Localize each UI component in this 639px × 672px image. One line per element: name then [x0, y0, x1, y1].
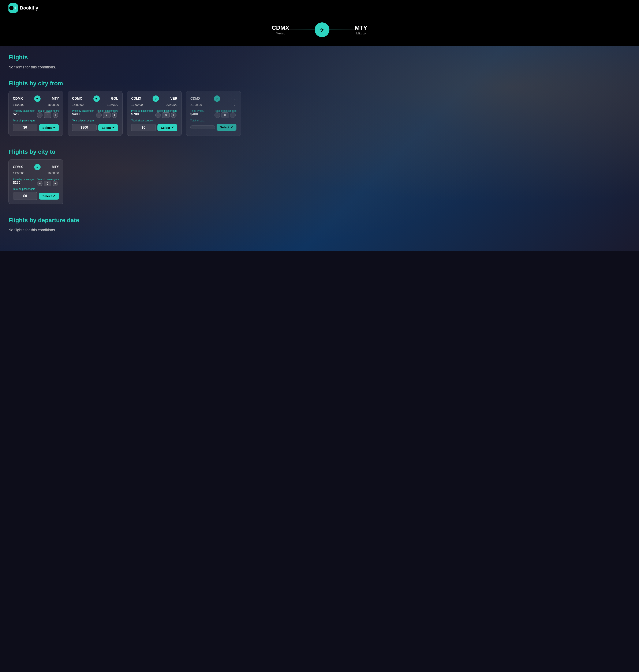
price-label-2: Price by passenger	[72, 109, 94, 112]
price-label-to-1: Price by passenger	[13, 178, 35, 181]
card-depart-1: 11:00:00	[13, 103, 25, 107]
card-from-3: CDMX	[131, 97, 141, 100]
card-depart-2: 15:00:00	[72, 103, 84, 107]
total-amount-3: $0	[131, 124, 156, 131]
counter-section-1: Total of passengers − 0 +	[37, 109, 59, 118]
header: ✈ Bookifly	[0, 0, 639, 16]
total-amount-2: $800	[72, 124, 97, 131]
price-section-2: Price by passenger $400	[72, 109, 94, 116]
passengers-label-to-1: Total of passengers	[37, 178, 59, 181]
departure-no-results: No flights for this conditions.	[9, 228, 630, 232]
section-flights-by-city-to-title: Flights by city to	[9, 148, 630, 155]
select-checkmark-1: ✔	[53, 126, 56, 129]
card-passengers-row-to-1: Price by passenger $250 Total of passeng…	[13, 178, 59, 186]
card-bottom-3: $0 Select ✔	[131, 124, 177, 131]
price-value-4: $400	[190, 112, 205, 116]
counter-value-1: 0	[44, 112, 51, 118]
decrement-btn-to-1[interactable]: −	[37, 181, 43, 186]
select-button-2[interactable]: Select ✔	[98, 124, 118, 131]
card-depart-to-1: 11:00:00	[13, 172, 25, 175]
counter-section-4: Total of passengers − 0 +	[215, 109, 236, 118]
card-bottom-4: Select ✔	[190, 124, 236, 131]
select-label-1: Select	[43, 126, 52, 129]
select-checkmark-to-1: ✔	[53, 194, 56, 198]
logo-text: Bookifly	[20, 5, 38, 11]
card-to-2: GDL	[111, 97, 118, 100]
decrement-btn-4[interactable]: −	[215, 112, 220, 118]
price-value-1: $250	[13, 112, 35, 116]
origin-city-code: CDMX	[272, 25, 289, 31]
price-value-2: $400	[72, 112, 94, 116]
counter-value-3: 0	[162, 112, 170, 118]
card-plane-4: ✈	[214, 95, 220, 102]
flight-card-cdmx-gdl: CDMX ✈ GDL 15:00:00 21:40:00 Price by pa…	[68, 91, 123, 136]
increment-btn-4[interactable]: +	[230, 112, 236, 118]
passengers-label-2: Total of passengers	[96, 109, 118, 112]
card-depart-4: 21:00:00	[190, 103, 202, 107]
total-amount-4	[190, 125, 215, 129]
price-value-to-1: $250	[13, 181, 35, 185]
card-to-to-1: MTY	[52, 165, 59, 169]
logo: ✈ Bookifly	[9, 3, 38, 13]
passenger-counter-3: − 0 +	[155, 112, 177, 118]
counter-value-to-1: 0	[44, 181, 51, 186]
flights-by-city-to-scroll[interactable]: CDMX ✈ MTY 11:00:00 16:00:00 Price by pa…	[9, 159, 630, 206]
flights-by-city-from-scroll[interactable]: CDMX ✈ MTY 11:00:00 16:00:00 Price by pa…	[9, 91, 630, 138]
origin-city: CDMX México	[272, 25, 289, 35]
decrement-btn-3[interactable]: −	[155, 112, 161, 118]
passenger-counter-to-1: − 0 +	[37, 181, 59, 186]
card-to-1: MTY	[52, 97, 59, 100]
price-section-1: Price by passenger $250	[13, 109, 35, 116]
select-button-4[interactable]: Select ✔	[217, 124, 236, 131]
card-depart-3: 19:00:00	[131, 103, 143, 107]
destination-city-code: MTY	[355, 25, 367, 31]
total-label-4: Total all pa...	[190, 119, 236, 122]
decrement-btn-1[interactable]: −	[37, 112, 43, 118]
section-flights-by-city-from: Flights by city from CDMX ✈ MTY 11:00:00…	[9, 80, 630, 138]
passengers-label-3: Total of passengers	[155, 109, 177, 112]
price-section-to-1: Price by passenger $250	[13, 178, 35, 185]
flights-no-results: No flights for this conditions.	[9, 65, 630, 69]
select-checkmark-3: ✔	[171, 126, 174, 129]
select-label-4: Select	[220, 125, 229, 129]
card-times-to-1: 11:00:00 16:00:00	[13, 172, 59, 175]
card-route-to-1: CDMX ✈ MTY	[13, 164, 59, 170]
card-bottom-2: $800 Select ✔	[72, 124, 118, 131]
card-from-1: CDMX	[13, 97, 23, 100]
price-value-3: $700	[131, 112, 153, 116]
passenger-counter-2: − 2 +	[96, 112, 118, 118]
section-flights-by-departure-title: Flights by departure date	[9, 217, 630, 224]
select-label-3: Select	[161, 126, 170, 129]
destination-city: MTY México	[355, 25, 367, 35]
price-section-4: Price by pa... $400	[190, 109, 205, 116]
card-passengers-row-4: Price by pa... $400 Total of passengers …	[190, 109, 236, 118]
card-bottom-to-1: $0 Select ✔	[13, 192, 59, 200]
card-to-3: VER	[170, 97, 177, 100]
card-times-1: 11:00:00 16:00:00	[13, 103, 59, 107]
increment-btn-3[interactable]: +	[171, 112, 176, 118]
section-flights: Flights No flights for this conditions.	[9, 54, 630, 69]
card-passengers-row-2: Price by passenger $400 Total of passeng…	[72, 109, 118, 118]
card-times-2: 15:00:00 21:40:00	[72, 103, 118, 107]
card-arrive-3: 00:40:00	[166, 103, 177, 107]
select-checkmark-2: ✔	[112, 126, 115, 129]
select-button-3[interactable]: Select ✔	[157, 124, 177, 131]
decrement-btn-2[interactable]: −	[96, 112, 102, 118]
destination-city-country: México	[355, 32, 367, 35]
counter-section-to-1: Total of passengers − 0 +	[37, 178, 59, 186]
increment-btn-2[interactable]: +	[112, 112, 117, 118]
card-route-4: CDMX ✈ ...	[190, 95, 236, 102]
card-route-3: CDMX ✈ VER	[131, 95, 177, 102]
select-button-1[interactable]: Select ✔	[39, 124, 59, 131]
main-content: Flights No flights for this conditions. …	[0, 46, 639, 251]
section-flights-by-city-from-title: Flights by city from	[9, 80, 630, 87]
increment-btn-to-1[interactable]: +	[52, 181, 58, 186]
card-from-2: CDMX	[72, 97, 82, 100]
increment-btn-1[interactable]: +	[52, 112, 58, 118]
card-arrive-4: ...	[234, 103, 236, 107]
select-button-to-1[interactable]: Select ✔	[39, 193, 59, 199]
flight-card-to-cdmx-mty: CDMX ✈ MTY 11:00:00 16:00:00 Price by pa…	[9, 159, 63, 204]
passenger-counter-1: − 0 +	[37, 112, 59, 118]
passengers-label-4: Total of passengers	[215, 109, 236, 112]
counter-value-4: 0	[221, 112, 229, 118]
